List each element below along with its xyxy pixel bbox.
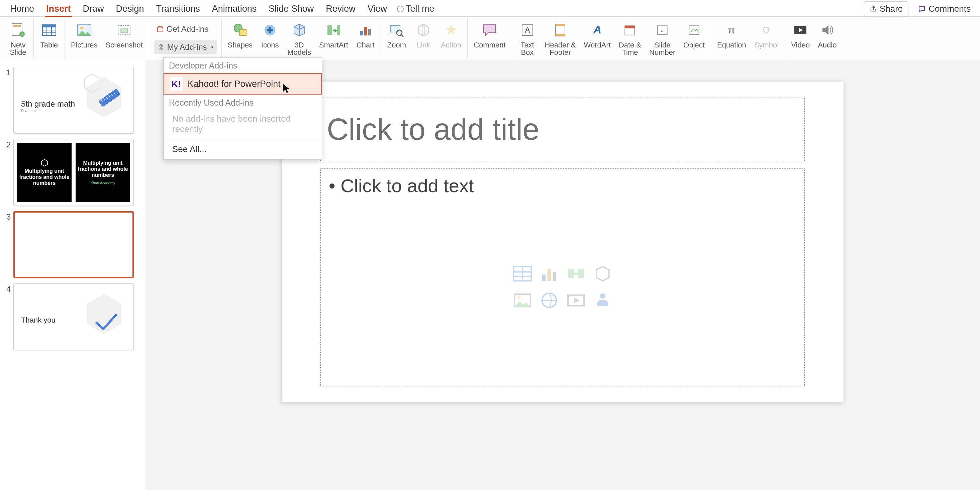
- share-button[interactable]: Share: [864, 2, 908, 16]
- shapes-label: Shapes: [228, 41, 253, 49]
- slide-thumb-3[interactable]: 3: [0, 209, 145, 281]
- slide-number: 4: [3, 284, 11, 294]
- svg-rect-30: [625, 26, 635, 28]
- insert-table-icon[interactable]: [512, 263, 533, 284]
- video-icon: [791, 21, 810, 40]
- svg-rect-1: [13, 25, 21, 27]
- svg-rect-18: [364, 27, 367, 35]
- tab-home[interactable]: Home: [4, 1, 40, 17]
- equation-button[interactable]: π Equation: [713, 19, 750, 50]
- hex-icon: [40, 159, 48, 167]
- addin-kahoot-label: Kahoot! for PowerPoint: [188, 79, 281, 89]
- tab-draw[interactable]: Draw: [77, 1, 110, 17]
- comment-button[interactable]: Comment: [469, 19, 509, 50]
- calendar-icon: [620, 21, 639, 40]
- tab-view[interactable]: View: [361, 1, 393, 17]
- object-icon: [685, 21, 703, 40]
- ribbon-tabs: Home Insert Draw Design Transitions Anim…: [0, 0, 980, 17]
- smartart-button[interactable]: SmartArt: [315, 19, 352, 50]
- insert-chart-icon[interactable]: [538, 263, 560, 284]
- slidenumber-button[interactable]: # Slide Number: [645, 19, 679, 57]
- equation-icon: π: [722, 21, 741, 40]
- slide-thumb-4[interactable]: 4 Thank you: [0, 281, 145, 353]
- svg-rect-54: [568, 269, 574, 278]
- title-placeholder[interactable]: Click to add title: [320, 98, 805, 161]
- svg-rect-16: [337, 25, 340, 35]
- my-addins-button[interactable]: My Add-ins ▾: [154, 40, 217, 54]
- link-label: Link: [417, 41, 430, 49]
- comments-button[interactable]: Comments: [912, 2, 976, 16]
- smartart-icon: [324, 21, 343, 40]
- tab-insert[interactable]: Insert: [40, 1, 77, 17]
- insert-smartart-icon[interactable]: [565, 263, 587, 284]
- my-addins-dropdown: Developer Add-ins K! Kahoot! for PowerPo…: [163, 57, 322, 159]
- title-placeholder-text: Click to add title: [327, 112, 539, 147]
- insert-picture-icon[interactable]: [512, 290, 533, 311]
- ribbon-insert: New Slide Table Pictures Screenshot: [0, 17, 980, 60]
- audio-button[interactable]: Audio: [814, 19, 840, 50]
- header-footer-button[interactable]: Header & Footer: [541, 19, 580, 57]
- pictures-icon: [75, 21, 94, 40]
- video-button[interactable]: Video: [787, 19, 814, 50]
- insert-3d-icon[interactable]: [592, 263, 613, 284]
- screenshot-button[interactable]: Screenshot: [101, 19, 146, 50]
- get-addins-button[interactable]: Get Add-ins: [154, 22, 217, 36]
- share-icon: [870, 5, 877, 13]
- icons-button[interactable]: Icons: [256, 19, 283, 50]
- addin-kahoot[interactable]: K! Kahoot! for PowerPoint: [164, 73, 322, 95]
- comment-label: Comment: [474, 41, 505, 49]
- insert-video-icon[interactable]: [565, 290, 587, 311]
- link-icon: [414, 21, 433, 40]
- svg-marker-48: [41, 159, 48, 166]
- content-placeholder[interactable]: • Click to add text: [320, 168, 805, 386]
- audio-label: Audio: [818, 41, 837, 49]
- insert-icon-icon[interactable]: [592, 290, 613, 311]
- pictures-button[interactable]: Pictures: [67, 19, 101, 50]
- tab-review[interactable]: Review: [320, 1, 361, 17]
- svg-text:#: #: [661, 28, 664, 33]
- symbol-icon: Ω: [757, 21, 776, 40]
- 3d-models-button[interactable]: 3D Models: [283, 19, 315, 57]
- action-button: Action: [437, 19, 465, 50]
- slide-panel[interactable]: 1 5th grade math Feathers 2 Multiplying …: [0, 60, 145, 490]
- new-slide-button[interactable]: New Slide: [5, 19, 32, 57]
- workspace: 1 5th grade math Feathers 2 Multiplying …: [0, 60, 980, 490]
- 3d-models-label: 3D Models: [287, 41, 311, 56]
- table-button[interactable]: Table: [36, 19, 62, 50]
- insert-online-picture-icon[interactable]: [538, 290, 560, 311]
- svg-point-60: [600, 293, 605, 298]
- slide-number: 2: [3, 139, 11, 149]
- zoom-button[interactable]: Zoom: [383, 19, 410, 50]
- textbox-label: Text Box: [520, 41, 534, 56]
- textbox-button[interactable]: A Text Box: [514, 19, 541, 57]
- svg-text:Ω: Ω: [763, 24, 770, 35]
- tell-me-search[interactable]: Tell me: [397, 4, 434, 14]
- slidenumber-icon: #: [653, 21, 671, 40]
- pictures-label: Pictures: [71, 41, 97, 49]
- tab-design[interactable]: Design: [110, 1, 150, 17]
- shapes-button[interactable]: Shapes: [224, 19, 257, 50]
- zoom-icon: [387, 21, 406, 40]
- see-all-addins[interactable]: See All...: [164, 139, 322, 159]
- datetime-button[interactable]: Date & Time: [615, 19, 645, 57]
- object-button[interactable]: Object: [679, 19, 709, 50]
- svg-rect-33: [689, 26, 699, 35]
- wordart-button[interactable]: A WordArt: [580, 19, 615, 50]
- content-placeholder-icons[interactable]: [512, 263, 613, 311]
- slide-thumb-1[interactable]: 1 5th grade math Feathers: [0, 64, 145, 136]
- svg-rect-15: [328, 25, 332, 35]
- svg-point-6: [80, 27, 83, 29]
- svg-rect-27: [555, 34, 565, 36]
- tab-animations[interactable]: Animations: [206, 1, 263, 17]
- svg-text:π: π: [728, 24, 735, 36]
- chart-button[interactable]: Chart: [352, 19, 379, 50]
- svg-point-57: [517, 297, 520, 299]
- tab-transitions[interactable]: Transitions: [150, 1, 206, 17]
- datetime-label: Date & Time: [619, 41, 641, 56]
- addins-icon: [157, 43, 165, 51]
- section-recently-used: Recently Used Add-ins: [164, 95, 322, 110]
- tab-slideshow[interactable]: Slide Show: [262, 1, 320, 17]
- slide-thumb-2[interactable]: 2 Multiplying unit fractions and whole n…: [0, 136, 145, 209]
- current-slide[interactable]: Click to add title • Click to add text: [282, 82, 843, 403]
- section-developer-addins: Developer Add-ins: [164, 57, 322, 73]
